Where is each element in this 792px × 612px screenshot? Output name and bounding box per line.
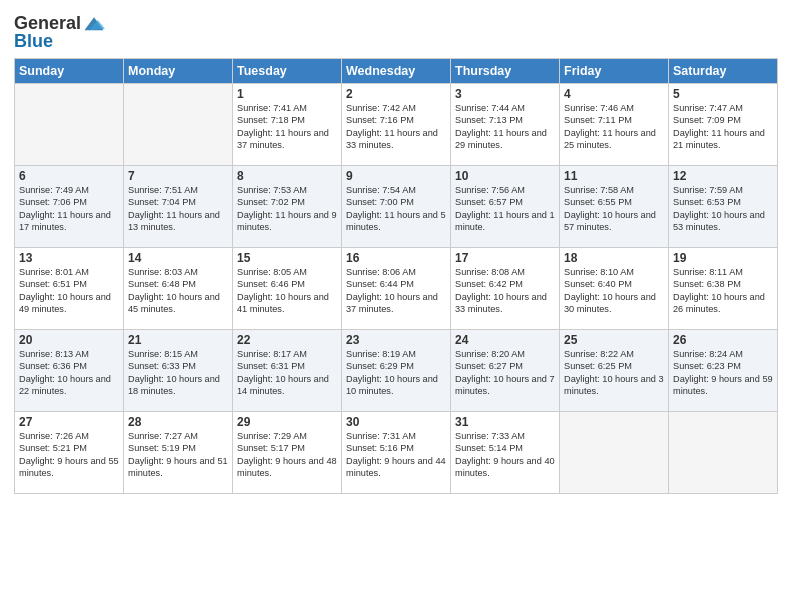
day-number: 14 <box>128 251 228 265</box>
logo-text-blue: Blue <box>14 32 105 52</box>
day-info: Sunrise: 7:33 AM Sunset: 5:14 PM Dayligh… <box>455 430 555 480</box>
day-number: 13 <box>19 251 119 265</box>
day-info: Sunrise: 7:31 AM Sunset: 5:16 PM Dayligh… <box>346 430 446 480</box>
day-info: Sunrise: 8:22 AM Sunset: 6:25 PM Dayligh… <box>564 348 664 398</box>
day-info: Sunrise: 8:03 AM Sunset: 6:48 PM Dayligh… <box>128 266 228 316</box>
calendar-week-row: 13Sunrise: 8:01 AM Sunset: 6:51 PM Dayli… <box>15 247 778 329</box>
day-number: 18 <box>564 251 664 265</box>
calendar-cell: 25Sunrise: 8:22 AM Sunset: 6:25 PM Dayli… <box>560 329 669 411</box>
calendar-cell: 12Sunrise: 7:59 AM Sunset: 6:53 PM Dayli… <box>669 165 778 247</box>
calendar-week-row: 27Sunrise: 7:26 AM Sunset: 5:21 PM Dayli… <box>15 411 778 493</box>
day-info: Sunrise: 7:27 AM Sunset: 5:19 PM Dayligh… <box>128 430 228 480</box>
day-info: Sunrise: 8:24 AM Sunset: 6:23 PM Dayligh… <box>673 348 773 398</box>
day-info: Sunrise: 7:56 AM Sunset: 6:57 PM Dayligh… <box>455 184 555 234</box>
day-number: 21 <box>128 333 228 347</box>
calendar-cell: 10Sunrise: 7:56 AM Sunset: 6:57 PM Dayli… <box>451 165 560 247</box>
day-number: 27 <box>19 415 119 429</box>
day-info: Sunrise: 7:53 AM Sunset: 7:02 PM Dayligh… <box>237 184 337 234</box>
calendar-header-row: SundayMondayTuesdayWednesdayThursdayFrid… <box>15 58 778 83</box>
calendar-cell <box>15 83 124 165</box>
calendar-cell: 20Sunrise: 8:13 AM Sunset: 6:36 PM Dayli… <box>15 329 124 411</box>
day-info: Sunrise: 8:11 AM Sunset: 6:38 PM Dayligh… <box>673 266 773 316</box>
col-header-saturday: Saturday <box>669 58 778 83</box>
calendar-cell: 14Sunrise: 8:03 AM Sunset: 6:48 PM Dayli… <box>124 247 233 329</box>
day-number: 4 <box>564 87 664 101</box>
calendar-cell: 26Sunrise: 8:24 AM Sunset: 6:23 PM Dayli… <box>669 329 778 411</box>
day-number: 26 <box>673 333 773 347</box>
logo: General Blue <box>14 14 105 52</box>
day-info: Sunrise: 7:26 AM Sunset: 5:21 PM Dayligh… <box>19 430 119 480</box>
calendar-cell <box>669 411 778 493</box>
calendar-cell: 30Sunrise: 7:31 AM Sunset: 5:16 PM Dayli… <box>342 411 451 493</box>
col-header-sunday: Sunday <box>15 58 124 83</box>
calendar-cell: 17Sunrise: 8:08 AM Sunset: 6:42 PM Dayli… <box>451 247 560 329</box>
calendar-cell: 15Sunrise: 8:05 AM Sunset: 6:46 PM Dayli… <box>233 247 342 329</box>
page-header: General Blue <box>14 10 778 52</box>
day-info: Sunrise: 7:47 AM Sunset: 7:09 PM Dayligh… <box>673 102 773 152</box>
calendar-cell: 9Sunrise: 7:54 AM Sunset: 7:00 PM Daylig… <box>342 165 451 247</box>
day-info: Sunrise: 8:15 AM Sunset: 6:33 PM Dayligh… <box>128 348 228 398</box>
calendar-cell: 5Sunrise: 7:47 AM Sunset: 7:09 PM Daylig… <box>669 83 778 165</box>
calendar-cell: 24Sunrise: 8:20 AM Sunset: 6:27 PM Dayli… <box>451 329 560 411</box>
logo-icon <box>83 12 105 34</box>
day-number: 30 <box>346 415 446 429</box>
day-number: 5 <box>673 87 773 101</box>
calendar-week-row: 6Sunrise: 7:49 AM Sunset: 7:06 PM Daylig… <box>15 165 778 247</box>
calendar-cell: 1Sunrise: 7:41 AM Sunset: 7:18 PM Daylig… <box>233 83 342 165</box>
day-number: 29 <box>237 415 337 429</box>
calendar-cell: 18Sunrise: 8:10 AM Sunset: 6:40 PM Dayli… <box>560 247 669 329</box>
day-info: Sunrise: 8:08 AM Sunset: 6:42 PM Dayligh… <box>455 266 555 316</box>
day-info: Sunrise: 7:54 AM Sunset: 7:00 PM Dayligh… <box>346 184 446 234</box>
day-info: Sunrise: 7:29 AM Sunset: 5:17 PM Dayligh… <box>237 430 337 480</box>
day-number: 23 <box>346 333 446 347</box>
calendar-cell: 27Sunrise: 7:26 AM Sunset: 5:21 PM Dayli… <box>15 411 124 493</box>
day-info: Sunrise: 7:46 AM Sunset: 7:11 PM Dayligh… <box>564 102 664 152</box>
calendar-cell: 21Sunrise: 8:15 AM Sunset: 6:33 PM Dayli… <box>124 329 233 411</box>
day-number: 10 <box>455 169 555 183</box>
day-info: Sunrise: 8:05 AM Sunset: 6:46 PM Dayligh… <box>237 266 337 316</box>
col-header-friday: Friday <box>560 58 669 83</box>
day-info: Sunrise: 8:13 AM Sunset: 6:36 PM Dayligh… <box>19 348 119 398</box>
day-info: Sunrise: 7:59 AM Sunset: 6:53 PM Dayligh… <box>673 184 773 234</box>
day-info: Sunrise: 7:51 AM Sunset: 7:04 PM Dayligh… <box>128 184 228 234</box>
calendar-cell: 19Sunrise: 8:11 AM Sunset: 6:38 PM Dayli… <box>669 247 778 329</box>
day-info: Sunrise: 7:42 AM Sunset: 7:16 PM Dayligh… <box>346 102 446 152</box>
calendar-cell: 28Sunrise: 7:27 AM Sunset: 5:19 PM Dayli… <box>124 411 233 493</box>
day-number: 17 <box>455 251 555 265</box>
calendar-week-row: 1Sunrise: 7:41 AM Sunset: 7:18 PM Daylig… <box>15 83 778 165</box>
day-number: 25 <box>564 333 664 347</box>
day-number: 19 <box>673 251 773 265</box>
day-info: Sunrise: 8:17 AM Sunset: 6:31 PM Dayligh… <box>237 348 337 398</box>
day-info: Sunrise: 8:10 AM Sunset: 6:40 PM Dayligh… <box>564 266 664 316</box>
day-number: 24 <box>455 333 555 347</box>
calendar-cell: 23Sunrise: 8:19 AM Sunset: 6:29 PM Dayli… <box>342 329 451 411</box>
calendar-cell <box>560 411 669 493</box>
calendar-cell: 13Sunrise: 8:01 AM Sunset: 6:51 PM Dayli… <box>15 247 124 329</box>
calendar-cell <box>124 83 233 165</box>
calendar-cell: 6Sunrise: 7:49 AM Sunset: 7:06 PM Daylig… <box>15 165 124 247</box>
day-number: 31 <box>455 415 555 429</box>
day-number: 20 <box>19 333 119 347</box>
calendar-cell: 31Sunrise: 7:33 AM Sunset: 5:14 PM Dayli… <box>451 411 560 493</box>
calendar-cell: 4Sunrise: 7:46 AM Sunset: 7:11 PM Daylig… <box>560 83 669 165</box>
calendar-cell: 2Sunrise: 7:42 AM Sunset: 7:16 PM Daylig… <box>342 83 451 165</box>
day-info: Sunrise: 7:58 AM Sunset: 6:55 PM Dayligh… <box>564 184 664 234</box>
calendar-cell: 7Sunrise: 7:51 AM Sunset: 7:04 PM Daylig… <box>124 165 233 247</box>
day-info: Sunrise: 7:44 AM Sunset: 7:13 PM Dayligh… <box>455 102 555 152</box>
day-number: 16 <box>346 251 446 265</box>
calendar-body: 1Sunrise: 7:41 AM Sunset: 7:18 PM Daylig… <box>15 83 778 493</box>
day-number: 9 <box>346 169 446 183</box>
col-header-wednesday: Wednesday <box>342 58 451 83</box>
day-info: Sunrise: 7:41 AM Sunset: 7:18 PM Dayligh… <box>237 102 337 152</box>
calendar-cell: 11Sunrise: 7:58 AM Sunset: 6:55 PM Dayli… <box>560 165 669 247</box>
day-number: 12 <box>673 169 773 183</box>
day-info: Sunrise: 8:19 AM Sunset: 6:29 PM Dayligh… <box>346 348 446 398</box>
day-number: 11 <box>564 169 664 183</box>
calendar-cell: 16Sunrise: 8:06 AM Sunset: 6:44 PM Dayli… <box>342 247 451 329</box>
day-number: 6 <box>19 169 119 183</box>
day-number: 28 <box>128 415 228 429</box>
calendar-cell: 3Sunrise: 7:44 AM Sunset: 7:13 PM Daylig… <box>451 83 560 165</box>
calendar-cell: 22Sunrise: 8:17 AM Sunset: 6:31 PM Dayli… <box>233 329 342 411</box>
day-number: 15 <box>237 251 337 265</box>
day-number: 22 <box>237 333 337 347</box>
